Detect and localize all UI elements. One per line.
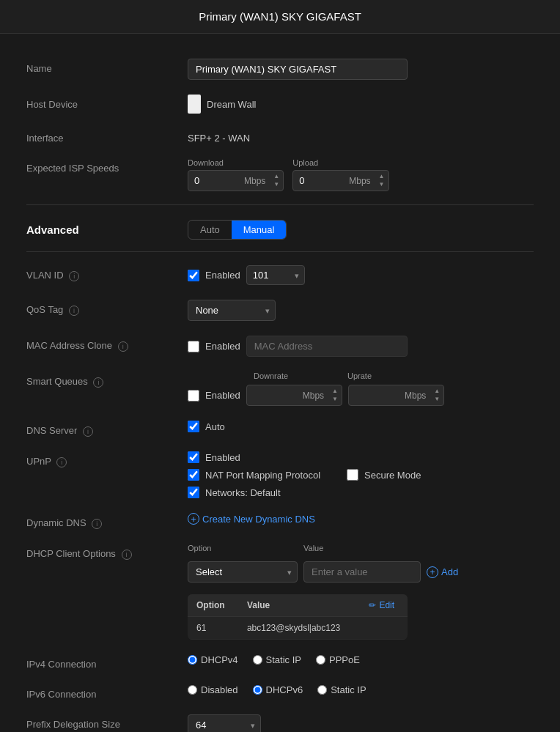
- uprate-input[interactable]: [349, 385, 400, 405]
- create-dns-link[interactable]: + Create New Dynamic DNS: [188, 513, 315, 525]
- ipv6-dhcpv6-radio[interactable]: [253, 685, 262, 695]
- networks-label: Networks: Default: [205, 487, 281, 498]
- table-cell-value: abc123@skydsl|abc123: [238, 617, 361, 640]
- vlan-info-icon[interactable]: i: [69, 271, 79, 281]
- smart-queues-control: Downrate Uprate Enabled Mbps ▲ ▼: [188, 371, 534, 406]
- upload-down-arrow[interactable]: ▼: [378, 181, 386, 188]
- qos-row: QoS Tag i None: [26, 292, 534, 328]
- uprate-arrows: ▲ ▼: [430, 386, 443, 404]
- sq-enabled-label: Enabled: [205, 390, 240, 401]
- dhcp-value-col-label: Value: [303, 544, 421, 552]
- dhcp-value-input[interactable]: [303, 561, 421, 583]
- mac-control: Enabled: [188, 336, 534, 357]
- vlan-checkbox-row: Enabled: [188, 270, 240, 281]
- download-up-arrow[interactable]: ▲: [273, 173, 280, 180]
- vlan-enabled-checkbox[interactable]: [188, 270, 199, 281]
- name-input[interactable]: [188, 59, 408, 80]
- add-dhcp-button[interactable]: + Add: [427, 566, 458, 578]
- download-down-arrow[interactable]: ▼: [273, 181, 280, 188]
- auto-toggle-button[interactable]: Auto: [188, 221, 232, 239]
- download-arrows: ▲ ▼: [270, 171, 283, 190]
- mac-enabled-checkbox[interactable]: [188, 341, 199, 352]
- table-option-header: Option: [188, 594, 238, 617]
- vlan-value-wrap: [246, 265, 305, 285]
- downrate-up[interactable]: ▲: [331, 388, 339, 395]
- ipv6-static-radio[interactable]: [317, 685, 327, 695]
- downrate-down[interactable]: ▼: [331, 396, 339, 403]
- networks-checkbox[interactable]: [188, 487, 199, 498]
- qos-info-icon[interactable]: i: [69, 306, 79, 316]
- upnp-info-icon[interactable]: i: [56, 457, 67, 467]
- divider-advanced: [26, 204, 534, 205]
- edit-button[interactable]: ✏ Edit: [369, 600, 394, 610]
- smart-queues-label: Smart Queues i: [26, 371, 188, 388]
- ipv6-disabled-option[interactable]: Disabled: [188, 684, 238, 695]
- ipv6-static-option[interactable]: Static IP: [317, 684, 366, 695]
- prefix-select[interactable]: 64 48 56: [188, 714, 261, 732]
- qos-select[interactable]: None: [188, 300, 276, 321]
- download-input[interactable]: [188, 171, 240, 191]
- manual-toggle-button[interactable]: Manual: [232, 221, 287, 239]
- ipv4-dhcpv4-label: DHCPv4: [201, 654, 238, 665]
- dhcp-labels-row: Option Value: [188, 544, 421, 552]
- add-plus-icon: +: [427, 566, 438, 578]
- table-edit-header: ✏ Edit: [360, 594, 408, 617]
- ipv4-static-option[interactable]: Static IP: [253, 654, 301, 665]
- dns-auto-label: Auto: [205, 421, 225, 432]
- ipv4-pppoe-radio[interactable]: [316, 655, 325, 665]
- speeds-group: Download Mbps ▲ ▼ Upload Mbps: [188, 158, 389, 191]
- mac-address-input[interactable]: [246, 336, 408, 357]
- downrate-input[interactable]: [247, 385, 298, 405]
- upnp-enabled-checkbox[interactable]: [188, 451, 199, 463]
- ipv6-dhcpv6-label: DHCPv6: [266, 684, 303, 695]
- dhcp-option-select[interactable]: Select: [188, 561, 298, 583]
- smart-queues-labels: Downrate Uprate: [254, 371, 534, 380]
- upload-arrows: ▲ ▼: [375, 171, 388, 190]
- create-dns-label: Create New Dynamic DNS: [202, 514, 315, 525]
- dhcp-info-icon[interactable]: i: [122, 550, 132, 560]
- dns-auto-checkbox[interactable]: [188, 421, 199, 432]
- ipv6-static-label: Static IP: [331, 684, 366, 695]
- download-input-wrap: Mbps ▲ ▼: [188, 170, 284, 191]
- ipv4-dhcpv4-option[interactable]: DHCPv4: [188, 654, 238, 665]
- ipv4-dhcpv4-radio[interactable]: [188, 655, 197, 665]
- download-field: Download Mbps ▲ ▼: [188, 158, 284, 191]
- dynamic-dns-info-icon[interactable]: i: [92, 519, 102, 529]
- dhcp-row: DHCP Client Options i Option Value Selec…: [26, 536, 534, 647]
- isp-speeds-row: Expected ISP Speeds Download Mbps ▲ ▼ Up: [26, 151, 534, 199]
- ipv6-dhcpv6-option[interactable]: DHCPv6: [253, 684, 303, 695]
- pencil-icon: ✏: [369, 600, 376, 610]
- dns-label: DNS Server i: [26, 421, 188, 437]
- dns-info-icon[interactable]: i: [83, 426, 93, 437]
- dns-control: Auto: [188, 421, 534, 432]
- ipv4-options: DHCPv4 Static IP PPPoE: [188, 654, 360, 665]
- uprate-up[interactable]: ▲: [433, 388, 441, 395]
- advanced-section-header: Advanced Auto Manual: [26, 211, 534, 245]
- ipv4-pppoe-option[interactable]: PPPoE: [316, 654, 360, 665]
- dynamic-dns-control: + Create New Dynamic DNS: [188, 513, 534, 525]
- mac-info-icon[interactable]: i: [118, 341, 128, 352]
- nat-port-checkbox[interactable]: [188, 469, 199, 481]
- device-icon: [188, 95, 201, 114]
- host-device-label: Host Device: [26, 95, 188, 110]
- ipv6-disabled-radio[interactable]: [188, 685, 197, 695]
- ipv4-control: DHCPv4 Static IP PPPoE: [188, 654, 534, 665]
- smart-queues-info-icon[interactable]: i: [93, 377, 103, 388]
- secure-mode-checkbox[interactable]: [347, 469, 358, 481]
- dhcp-select-wrap: Select ▾: [188, 561, 298, 583]
- qos-label: QoS Tag i: [26, 300, 188, 316]
- dns-checkbox-row: Auto: [188, 421, 225, 432]
- vlan-row: VLAN ID i Enabled: [26, 258, 534, 292]
- uprate-down[interactable]: ▼: [433, 396, 441, 403]
- vlan-value-input[interactable]: [246, 265, 305, 285]
- ipv6-row: IPv6 Connection Disabled DHCPv6 Static I…: [26, 677, 534, 707]
- isp-speeds-label: Expected ISP Speeds: [26, 158, 188, 174]
- sq-enabled-checkbox[interactable]: [188, 390, 199, 402]
- upnp-label: UPnP i: [26, 451, 188, 467]
- smart-queues-inputs: Enabled Mbps ▲ ▼ Mbps ▲: [188, 385, 534, 406]
- host-device-row: Host Device Dream Wall: [26, 87, 534, 121]
- upload-input[interactable]: [293, 171, 345, 191]
- upload-up-arrow[interactable]: ▲: [378, 173, 386, 180]
- isp-speeds-control: Download Mbps ▲ ▼ Upload Mbps: [188, 158, 534, 191]
- ipv4-static-radio[interactable]: [253, 655, 262, 665]
